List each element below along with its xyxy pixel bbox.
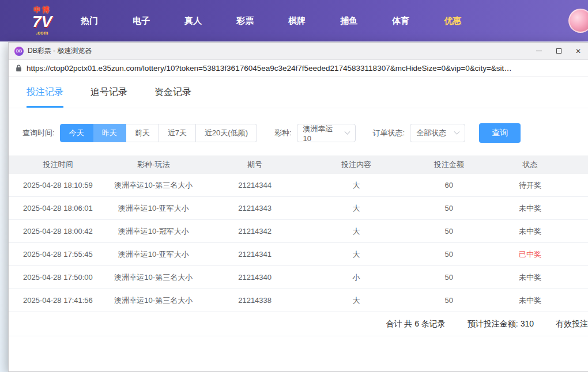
cell-bet-amount: 60	[402, 181, 495, 189]
cell-bet-time: 2025-04-28 17:50:00	[9, 273, 107, 282]
header-issue: 期号	[200, 160, 310, 170]
tab-fund-records[interactable]: 资金记录	[154, 86, 191, 108]
minimize-icon	[536, 51, 542, 51]
url-text[interactable]: https://ctop02pctx01.e35zun.com/lottery/…	[27, 64, 512, 73]
cell-status: 未中奖	[495, 295, 565, 306]
cell-bet-amount: 50	[402, 227, 495, 236]
cell-game-play: 澳洲幸运10-亚军大小	[107, 203, 200, 214]
nav-item-fishing[interactable]: 捕鱼	[323, 16, 375, 26]
cell-bet-time: 2025-04-28 17:41:56	[9, 296, 107, 305]
cell-bet-content: 大	[310, 249, 403, 260]
bet-records-table: 投注时间 彩种-玩法 期号 投注内容 投注金额 状态 2025-04-28 18…	[9, 155, 588, 336]
table-row: 2025-04-28 17:50:00 澳洲幸运10-第三名大小 2121434…	[9, 266, 588, 289]
time-button-group: 今天 昨天 前天 近7天 近20天(低频)	[60, 124, 257, 142]
main-nav: 热门 电子 真人 彩票 棋牌 捕鱼 体育 优惠	[63, 16, 478, 26]
tab-bet-records[interactable]: 投注记录	[27, 86, 63, 108]
cell-issue: 21214341	[200, 250, 310, 259]
app-icon: DB	[14, 47, 24, 56]
cell-bet-time: 2025-04-28 18:10:59	[9, 181, 107, 189]
cell-status: 未中奖	[495, 272, 565, 283]
cell-issue: 21214342	[200, 227, 310, 236]
window-titlebar[interactable]: DB DB彩票 - 极速浏览器 ✕	[9, 43, 588, 60]
chevron-down-icon	[344, 128, 350, 134]
cell-bet-amount: 50	[402, 273, 495, 282]
cell-bet-content: 大	[310, 295, 403, 306]
chevron-down-icon	[454, 128, 460, 134]
nav-item-hot[interactable]: 热门	[63, 16, 115, 26]
nav-item-sports[interactable]: 体育	[375, 16, 427, 26]
lottery-filter-label: 彩种:	[274, 128, 292, 138]
window-title: DB彩票 - 极速浏览器	[28, 46, 92, 56]
cell-bet-content: 大	[310, 203, 403, 214]
page-content: 投注记录 追号记录 资金记录 查询时间: 今天 昨天 前天 近7天 近20天(低…	[9, 77, 588, 371]
cell-status: 未中奖	[495, 226, 565, 237]
cell-bet-content: 大	[310, 226, 403, 237]
time-filter-label: 查询时间:	[22, 128, 55, 138]
nav-item-cards[interactable]: 棋牌	[271, 16, 323, 26]
lottery-select[interactable]: 澳洲幸运10	[297, 124, 356, 142]
cell-game-play: 澳洲幸运10-冠军大小	[107, 226, 200, 237]
tab-chase-records[interactable]: 追号记录	[91, 86, 127, 108]
cell-bet-time: 2025-04-28 18:00:42	[9, 227, 107, 236]
browser-window: DB DB彩票 - 极速浏览器 ✕ https://ctop02pctx01.e…	[8, 42, 588, 372]
header-bet-amount: 投注金额	[402, 160, 495, 170]
table-row: 2025-04-28 18:10:59 澳洲幸运10-第三名大小 2121434…	[9, 174, 588, 197]
close-icon: ✕	[575, 47, 581, 55]
time-btn-7days[interactable]: 近7天	[159, 124, 196, 142]
table-row: 2025-04-28 17:41:56 澳洲幸运10-第三名大小 2121433…	[9, 289, 588, 312]
logo-line1: 申博	[33, 6, 51, 13]
lottery-select-value: 澳洲幸运10	[303, 124, 340, 143]
time-btn-yesterday[interactable]: 昨天	[93, 124, 126, 142]
header-bet-content: 投注内容	[310, 160, 403, 170]
cell-issue: 21214343	[200, 204, 310, 212]
cell-game-play: 澳洲幸运10-亚军大小	[107, 249, 200, 260]
cell-bet-amount: 50	[402, 296, 495, 305]
cell-game-play: 澳洲幸运10-第三名大小	[107, 295, 200, 306]
nav-item-slots[interactable]: 电子	[115, 16, 167, 26]
header-bet-time: 投注时间	[9, 160, 107, 170]
nav-item-live[interactable]: 真人	[167, 16, 219, 26]
nav-item-promo[interactable]: 优惠	[427, 16, 478, 26]
site-logo[interactable]: 申博 7V .com	[32, 6, 52, 36]
cell-bet-content: 大	[310, 180, 403, 191]
time-btn-20days[interactable]: 近20天(低频)	[195, 124, 257, 142]
order-status-select[interactable]: 全部状态	[410, 124, 465, 142]
lock-icon[interactable]	[16, 64, 22, 72]
cell-issue: 21214338	[200, 296, 310, 305]
header-status: 状态	[495, 160, 565, 170]
cell-issue: 21214344	[200, 181, 310, 189]
search-button[interactable]: 查询	[479, 123, 521, 143]
cell-bet-time: 2025-04-28 17:55:45	[9, 250, 107, 259]
close-button[interactable]: ✕	[568, 43, 588, 59]
table-header-row: 投注时间 彩种-玩法 期号 投注内容 投注金额 状态	[9, 155, 588, 174]
cell-status: 未中奖	[495, 203, 565, 214]
time-btn-daybefore[interactable]: 前天	[126, 124, 159, 142]
cell-status: 待开奖	[495, 180, 565, 191]
window-controls: ✕	[529, 43, 588, 59]
minimize-button[interactable]	[529, 43, 549, 59]
footer-total-records: 合计 共 6 条记录	[386, 319, 445, 329]
logo-line2: 7V	[32, 14, 52, 30]
logo-line3: .com	[36, 31, 48, 36]
table-row: 2025-04-28 18:06:01 澳洲幸运10-亚军大小 21214343…	[9, 197, 588, 220]
status-filter-label: 订单状态:	[373, 128, 405, 138]
cell-status: 已中奖	[495, 249, 565, 260]
footer-expected-amount: 预计投注金额: 310	[468, 319, 534, 329]
maximize-button[interactable]	[549, 43, 568, 59]
cell-bet-amount: 50	[402, 250, 495, 259]
cell-bet-content: 小	[310, 272, 403, 283]
cell-bet-time: 2025-04-28 18:06:01	[9, 204, 107, 212]
nav-item-lottery[interactable]: 彩票	[219, 16, 271, 26]
maximize-icon	[556, 48, 561, 54]
site-topbar: 申博 7V .com 热门 电子 真人 彩票 棋牌 捕鱼 体育 优惠	[0, 0, 588, 41]
header-game-play: 彩种-玩法	[107, 160, 200, 170]
address-bar[interactable]: https://ctop02pctx01.e35zun.com/lottery/…	[9, 60, 588, 77]
cell-game-play: 澳洲幸运10-第三名大小	[107, 180, 200, 191]
cell-issue: 21214340	[200, 273, 310, 282]
filter-row: 查询时间: 今天 昨天 前天 近7天 近20天(低频) 彩种: 澳洲幸运10 订…	[9, 108, 588, 155]
table-footer: 合计 共 6 条记录 预计投注金额: 310 有效投注金	[9, 312, 588, 336]
status-select-value: 全部状态	[416, 128, 446, 138]
table-row: 2025-04-28 17:55:45 澳洲幸运10-亚军大小 21214341…	[9, 243, 588, 266]
time-btn-today[interactable]: 今天	[60, 124, 93, 142]
user-avatar[interactable]	[568, 9, 588, 33]
